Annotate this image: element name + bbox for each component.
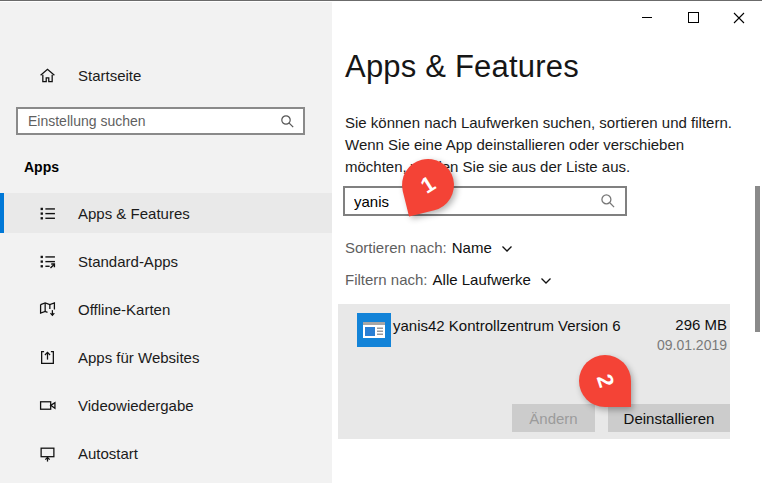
search-icon: [600, 193, 616, 209]
annotation-balloon-2: 2: [579, 355, 631, 407]
app-tile-icon: [357, 313, 391, 347]
sidebar-item-label: Apps für Websites: [78, 349, 199, 366]
window-controls: [624, 2, 762, 33]
sidebar-item-default-apps[interactable]: Standard-Apps: [0, 241, 332, 281]
video-playback-icon: [39, 397, 56, 414]
sidebar-item-label: Autostart: [78, 445, 138, 462]
sidebar-item-label: Startseite: [78, 67, 141, 84]
chevron-down-icon: [540, 277, 552, 285]
sidebar-item-label: Videowiedergabe: [78, 397, 194, 414]
sort-value: Name: [452, 239, 492, 256]
close-icon: [733, 12, 745, 24]
page-description: Sie können nach Laufwerken suchen, sorti…: [345, 112, 732, 178]
uninstall-button[interactable]: Deinstallieren: [608, 404, 730, 432]
sidebar-item-label: Apps & Features: [78, 205, 190, 222]
app-install-date: 09.01.2019: [657, 337, 727, 353]
minimize-button[interactable]: [624, 2, 670, 33]
page-title: Apps & Features: [345, 49, 579, 85]
sidebar-item-offline-maps[interactable]: Offline-Karten: [0, 289, 332, 329]
modify-button[interactable]: Ändern: [512, 404, 595, 432]
sidebar-item-video-playback[interactable]: Videowiedergabe: [0, 385, 332, 425]
maximize-icon: [688, 12, 699, 23]
sort-dropdown[interactable]: Sortieren nach: Name: [345, 239, 513, 256]
filter-value: Alle Laufwerke: [433, 271, 531, 288]
chevron-down-icon: [501, 245, 513, 253]
sidebar-item-label: Standard-Apps: [78, 253, 178, 270]
sidebar-item-apps-for-websites[interactable]: Apps für Websites: [0, 337, 332, 377]
sidebar: Startseite Apps Apps & Features Standard…: [0, 2, 332, 483]
app-search-input[interactable]: [345, 188, 625, 214]
search-icon: [280, 114, 295, 129]
sidebar-section-heading: Apps: [24, 159, 59, 175]
minimize-icon: [642, 17, 652, 18]
annotation-number: 1: [416, 171, 440, 200]
sidebar-item-label: Offline-Karten: [78, 301, 170, 318]
app-size: 296 MB: [675, 316, 727, 333]
sort-label: Sortieren nach:: [345, 239, 447, 256]
description-line: Wenn Sie eine App deinstallieren oder ve…: [345, 134, 732, 156]
sidebar-search-box: [16, 107, 305, 135]
scrollbar-thumb[interactable]: [755, 186, 760, 332]
sidebar-item-apps-features[interactable]: Apps & Features: [0, 193, 332, 233]
annotation-number: 2: [591, 371, 620, 391]
app-list-item[interactable]: yanis42 Kontrollzentrum Version 6 296 MB…: [338, 304, 730, 439]
offline-maps-icon: [39, 301, 56, 318]
filter-label: Filtern nach:: [345, 271, 428, 288]
app-name: yanis42 Kontrollzentrum Version 6: [393, 317, 621, 334]
app-search-box: [343, 186, 627, 216]
startup-icon: [39, 445, 56, 462]
sidebar-item-startup[interactable]: Autostart: [0, 433, 332, 473]
default-apps-icon: [39, 253, 56, 270]
description-line: Sie können nach Laufwerken suchen, sorti…: [345, 112, 732, 134]
filter-dropdown[interactable]: Filtern nach: Alle Laufwerke: [345, 271, 552, 288]
close-button[interactable]: [716, 2, 762, 33]
apps-for-websites-icon: [39, 349, 56, 366]
apps-features-icon: [39, 205, 56, 222]
sidebar-search-input[interactable]: [18, 109, 303, 133]
maximize-button[interactable]: [670, 2, 716, 33]
home-icon: [39, 67, 56, 84]
settings-window: Einstellungen Startseite Apps: [0, 0, 762, 483]
sidebar-item-home[interactable]: Startseite: [0, 55, 332, 95]
